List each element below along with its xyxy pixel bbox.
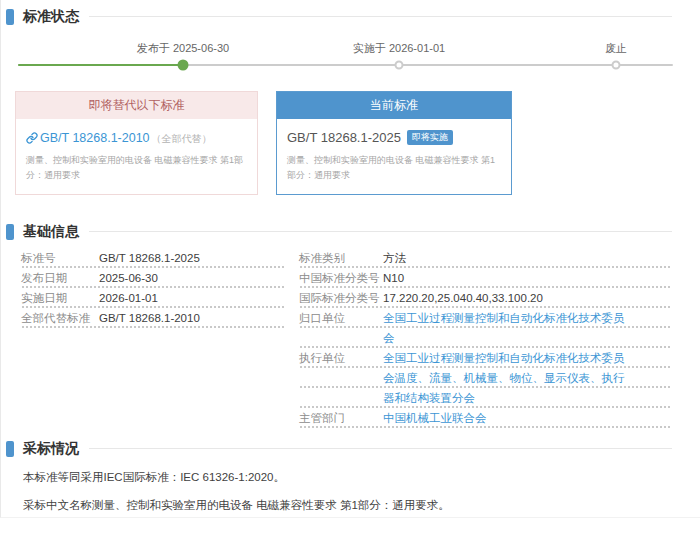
info-label: 标准类别 — [299, 248, 383, 268]
info-label: 主管部门 — [299, 408, 383, 428]
adoption-paragraph: 采标中文名称测量、控制和实验室用的电设备 电磁兼容性要求 第1部分：通用要求。 — [23, 497, 672, 513]
executing-unit-link[interactable]: 全国工业过程测量控制和自动化标准化技术委员会温度、流量、机械量、物位、显示仪表、… — [383, 348, 633, 408]
adoption-paragraph: 本标准等同采用IEC国际标准：IEC 61326-1:2020。 — [23, 469, 672, 485]
replaced-card-body: GB/T 18268.1-2010（全部代替） 测量、控制和实验室用的电设备 电… — [16, 119, 257, 192]
table-row: 标准类别 方法 — [299, 248, 672, 268]
timeline-label-abolished: 废止 — [605, 41, 627, 56]
basic-info-table: 标准号 GB/T 18268.1-2025 发布日期 2025-06-30 实施… — [21, 248, 672, 428]
section-divider-line — [89, 448, 672, 449]
timeline-dot-published — [178, 60, 189, 71]
info-label: 实施日期 — [21, 288, 99, 308]
section-divider-line — [89, 231, 672, 232]
current-card-header: 当前标准 — [277, 92, 511, 119]
info-value: 方法 — [383, 248, 406, 268]
table-row: 国际标准分类号 17.220.20,25.040.40,33.100.20 — [299, 288, 672, 308]
info-label: 国际标准分类号 — [299, 288, 383, 308]
replaced-standard-link[interactable]: GB/T 18268.1-2010 — [26, 131, 150, 145]
basic-info-right-column: 标准类别 方法 中国标准分类号 N10 国际标准分类号 17.220.20,25… — [299, 248, 672, 428]
timeline-dot-abolished — [612, 61, 621, 70]
basic-info-section-title: 基础信息 — [23, 223, 79, 241]
standard-detail-panel: 标准状态 发布于 2025-06-30 实施于 2026-01-01 废止 即将… — [0, 0, 700, 518]
table-row: 执行单位 全国工业过程测量控制和自动化标准化技术委员会温度、流量、机械量、物位、… — [299, 348, 672, 408]
info-value: N10 — [383, 268, 404, 288]
info-label: 中国标准分类号 — [299, 268, 383, 288]
info-label: 标准号 — [21, 248, 99, 268]
basic-info-section-header: 基础信息 — [6, 223, 672, 240]
table-row: 发布日期 2025-06-30 — [21, 268, 286, 288]
timeline-label-published: 发布于 2025-06-30 — [137, 41, 229, 56]
info-value: GB/T 18268.1-2025 — [99, 248, 200, 268]
info-value: 17.220.20,25.040.40,33.100.20 — [383, 288, 543, 308]
replaced-card-header: 即将替代以下标准 — [16, 92, 257, 119]
timeline-label-implemented: 实施于 2026-01-01 — [353, 41, 445, 56]
section-accent-square — [6, 224, 14, 240]
info-label: 全部代替标准 — [21, 308, 99, 328]
replaced-standard-code: GB/T 18268.1-2010 — [40, 131, 150, 145]
replaced-standard-description: 测量、控制和实验室用的电设备 电磁兼容性要求 第1部分：通用要求 — [26, 153, 247, 184]
info-label: 发布日期 — [21, 268, 99, 288]
info-value: GB/T 18268.1-2010 — [99, 308, 200, 328]
implementation-status-badge: 即将实施 — [407, 130, 453, 145]
status-timeline: 发布于 2025-06-30 实施于 2026-01-01 废止 — [1, 31, 700, 79]
table-row: 归口单位 全国工业过程测量控制和自动化标准化技术委员会 — [299, 308, 672, 348]
current-card-body: GB/T 18268.1-2025即将实施 测量、控制和实验室用的电设备 电磁兼… — [277, 119, 511, 192]
standard-cards: 即将替代以下标准 GB/T 18268.1-2010（全部代替） 测量、控制和实… — [15, 91, 700, 195]
info-label: 归口单位 — [299, 308, 383, 328]
info-value: 2025-06-30 — [99, 268, 158, 288]
chain-link-icon — [26, 132, 38, 144]
info-label: 执行单位 — [299, 348, 383, 368]
centralized-unit-link[interactable]: 全国工业过程测量控制和自动化标准化技术委员会 — [383, 308, 633, 348]
section-accent-square — [6, 9, 14, 25]
current-standard-code: GB/T 18268.1-2025 — [287, 130, 401, 145]
current-standard-card: 当前标准 GB/T 18268.1-2025即将实施 测量、控制和实验室用的电设… — [276, 91, 512, 195]
timeline-track — [18, 64, 673, 66]
status-section-title: 标准状态 — [23, 8, 79, 26]
competent-department-link[interactable]: 中国机械工业联合会 — [383, 408, 487, 428]
replace-note: （全部代替） — [152, 133, 212, 144]
replaced-standard-card: 即将替代以下标准 GB/T 18268.1-2010（全部代替） 测量、控制和实… — [15, 91, 258, 195]
timeline-dot-implemented — [395, 61, 404, 70]
current-standard-description: 测量、控制和实验室用的电设备 电磁兼容性要求 第1部分：通用要求 — [287, 153, 501, 184]
timeline-progress-bar — [18, 64, 183, 66]
section-accent-square — [6, 441, 14, 457]
section-divider-line — [89, 16, 672, 17]
table-row: 全部代替标准 GB/T 18268.1-2010 — [21, 308, 286, 328]
table-row: 标准号 GB/T 18268.1-2025 — [21, 248, 286, 268]
adoption-section-title: 采标情况 — [23, 440, 79, 458]
basic-info-left-column: 标准号 GB/T 18268.1-2025 发布日期 2025-06-30 实施… — [21, 248, 286, 328]
table-row: 实施日期 2026-01-01 — [21, 288, 286, 308]
adoption-section-header: 采标情况 — [6, 440, 672, 457]
table-row: 主管部门 中国机械工业联合会 — [299, 408, 672, 428]
table-row: 中国标准分类号 N10 — [299, 268, 672, 288]
status-section-header: 标准状态 — [6, 8, 672, 25]
info-value: 2026-01-01 — [99, 288, 158, 308]
